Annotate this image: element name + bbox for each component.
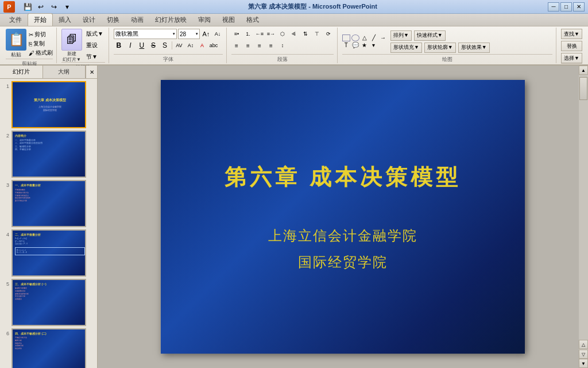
justify-button[interactable]: ≡ (266, 40, 276, 51)
section-button[interactable]: 节▼ (84, 52, 105, 62)
replace-button[interactable]: 替换 (561, 41, 582, 51)
thumb6-content: 不确定分析方法 概率分析 风险评估 决策树分析 综合评价 (15, 336, 85, 350)
shape-text[interactable]: T (342, 42, 350, 49)
sidebar-tabs: 幻灯片 大纲 ✕ (0, 66, 97, 79)
find-button[interactable]: 查找▼ (561, 29, 582, 39)
bullets-button[interactable]: ≡• (231, 29, 242, 39)
save-button[interactable]: 💾 (22, 1, 33, 13)
italic-button[interactable]: I (125, 40, 136, 51)
shape-star[interactable]: ★ (361, 42, 369, 49)
slide-secondary: 版式▼ 重设 节▼ (84, 29, 105, 62)
shape-line[interactable]: ╱ (370, 34, 378, 41)
tab-insert[interactable]: 插入 (53, 14, 77, 26)
cut-button[interactable]: ✂ 剪切 (29, 30, 53, 39)
align-left-button[interactable]: ≡ (231, 40, 242, 51)
clipboard-group: 📋 粘贴 ✂ 剪切 ⎘ 复制 🖌 格式刷 剪贴板 (2, 28, 57, 63)
font-size-increase-button[interactable]: A↑ (201, 29, 211, 39)
quick-styles-button[interactable]: 快速样式▼ (414, 30, 446, 41)
bold-button[interactable]: B (114, 40, 124, 51)
tab-view[interactable]: 视图 (216, 14, 241, 26)
underline-button[interactable]: U (137, 40, 147, 51)
slide-thumbnail-1[interactable]: 第六章 成本决策模型 上海立信会计金融学院国际经贸学院 (11, 81, 86, 128)
slide-thumb-1-row: 1 第六章 成本决策模型 上海立信会计金融学院国际经贸学院 (2, 81, 95, 128)
shape-triangle[interactable]: △ (361, 34, 369, 41)
shape-oval[interactable] (351, 34, 359, 41)
shape-effects-button[interactable]: 形状效果▼ (458, 43, 490, 53)
align-right-button[interactable]: ≡ (254, 40, 265, 51)
tab-slides[interactable]: 幻灯片 (0, 66, 43, 78)
text-direction-button[interactable]: A↕ (185, 40, 196, 51)
redo-button[interactable]: ↪ (48, 1, 60, 13)
slide-thumbnail-2[interactable]: 内容简介 一、成本平衡量分析 二、成本平衡量分析的应用 三、敏感性分析 四、不确… (11, 131, 86, 178)
align-center-button[interactable]: ≡ (243, 40, 253, 51)
highlight-button[interactable]: abc (208, 40, 219, 51)
minimize-button[interactable]: ─ (548, 2, 559, 12)
new-slide-button[interactable]: 🗐 (61, 29, 82, 51)
maximize-button[interactable]: □ (560, 2, 572, 12)
tab-review[interactable]: 审阅 (192, 14, 216, 26)
shape-outline-button[interactable]: 形状轮廓▼ (424, 43, 456, 53)
slide-num-2: 2 (2, 131, 9, 139)
customize-qa-button[interactable]: ▾ (61, 1, 73, 13)
convert-smartart-button[interactable]: ⟳ (323, 29, 334, 39)
smart-art-button[interactable]: ⬡ (277, 29, 288, 39)
font-color-button[interactable]: A (197, 40, 207, 51)
slide-subtitle-2: 国际经贸学院 (298, 253, 388, 271)
tab-home[interactable]: 开始 (28, 13, 53, 26)
numbering-button[interactable]: 1. (243, 29, 253, 39)
scroll-down-button[interactable]: ▼ (579, 359, 588, 368)
line-spacing-button[interactable]: ↕ (277, 40, 288, 51)
tab-design[interactable]: 设计 (77, 14, 101, 26)
font-group: 微软雅黑 ▾ 28 ▾ A↑ A↓ B I U S S AV A↕ A (110, 28, 227, 63)
columns-button[interactable]: ⫷ (289, 29, 299, 39)
tab-slideshow[interactable]: 幻灯片放映 (149, 14, 192, 26)
char-spacing-button[interactable]: AV (174, 40, 184, 51)
scroll-thumb[interactable] (579, 77, 587, 100)
shape-fill-button[interactable]: 形状填充▼ (390, 43, 422, 53)
font-name-select[interactable]: 微软雅黑 ▾ (114, 29, 177, 39)
slide-canvas[interactable]: 第六章 成本决策模型 上海立信会计金融学院 国际经贸学院 (161, 80, 525, 354)
reset-button[interactable]: 重设 (84, 41, 105, 50)
close-button[interactable]: ✕ (573, 2, 585, 12)
thumb5-content: 敏感性分析概念 关键参数识别 参数变动影响分析 安全边际计算 决策建议 (15, 287, 85, 301)
format-paint-button[interactable]: 🖌 格式刷 (29, 49, 53, 57)
sidebar: 幻灯片 大纲 ✕ 1 第六章 成本决策模型 上海立信会计金融学院国际经贸学院 (0, 66, 98, 368)
tab-transitions[interactable]: 切换 (101, 14, 125, 26)
font-row1: 微软雅黑 ▾ 28 ▾ A↑ A↓ (114, 29, 223, 39)
slide-canvas-wrapper: 第六章 成本决策模型 上海立信会计金融学院 国际经贸学院 (161, 80, 525, 354)
slide-thumbnail-3[interactable]: 一、成本平衡量分析 平衡量的概念 平衡量的计算方法 平衡量分析的意义 固定成本与… (11, 180, 86, 227)
arrange-button[interactable]: 排列▼ (390, 30, 412, 41)
font-size-decrease-button[interactable]: A↓ (212, 29, 223, 39)
tab-outline[interactable]: 大纲 (43, 66, 86, 78)
sidebar-close-button[interactable]: ✕ (86, 66, 97, 78)
right-scrollbar: ▲ △ ▽ ▼ (579, 66, 588, 368)
shape-arrow[interactable]: → (379, 34, 387, 41)
font-size-select[interactable]: 28 ▾ (178, 29, 200, 39)
paste-button[interactable]: 📋 (6, 29, 26, 51)
slide-thumbnail-4[interactable]: 二、成本平衡量分析 P×Q = F + V×Q Q* = F/(P-V) 边际贡… (11, 229, 86, 277)
slide-num-3: 3 (2, 180, 9, 188)
scroll-page-down-button[interactable]: ▽ (579, 350, 588, 359)
shape-rect[interactable] (342, 34, 350, 41)
copy-button[interactable]: ⎘ 复制 (29, 40, 53, 48)
strikethrough-button[interactable]: S (148, 40, 158, 51)
select-button[interactable]: 选择▼ (561, 53, 582, 63)
scroll-up-button[interactable]: ▲ (579, 66, 588, 75)
scroll-page-up-button[interactable]: △ (579, 340, 588, 349)
undo-button[interactable]: ↩ (35, 1, 47, 13)
indent-increase-button[interactable]: ≡→ (266, 29, 276, 39)
slide-thumbnail-5[interactable]: 三、成本不敏感分析 (一) 敏感性分析概念 关键参数识别 参数变动影响分析 安全… (11, 279, 86, 326)
shape-callout[interactable]: 💬 (351, 42, 359, 49)
layout-button[interactable]: 版式▼ (84, 29, 105, 39)
slide-subtitle-1: 上海立信会计金融学院 (268, 227, 417, 245)
shape-more[interactable]: ▾ (370, 42, 378, 49)
shadow-button[interactable]: S (160, 40, 170, 51)
indent-decrease-button[interactable]: ←≡ (254, 29, 265, 39)
tab-animations[interactable]: 动画 (125, 14, 149, 26)
align-text-button[interactable]: ⊤ (312, 29, 322, 39)
text-direction-para-button[interactable]: ⇅ (300, 29, 311, 39)
slide-thumbnail-6[interactable]: 四、成本不敏感分析 (二) 不确定分析方法 概率分析 风险评估 决策树分析 综合… (11, 328, 86, 368)
tab-file[interactable]: 文件 (3, 14, 28, 26)
ribbon-tabs: 文件 开始 插入 设计 切换 动画 幻灯片放映 审阅 视图 格式 (0, 14, 588, 26)
tab-format[interactable]: 格式 (241, 14, 265, 26)
